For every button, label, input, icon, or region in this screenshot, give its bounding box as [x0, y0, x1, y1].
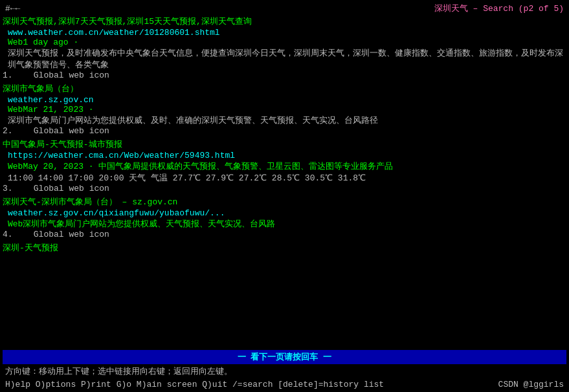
result-2-icon: Global web icon	[28, 126, 109, 136]
result-3-icon: Global web icon	[28, 184, 109, 193]
result-1-title[interactable]: 深圳天气预报,深圳7天天气预报,深圳15天天气预报,深圳天气查询	[3, 17, 252, 27]
bottom-bar: H)elp O)ptions P)rint G)o M)ain screen Q…	[3, 378, 566, 391]
result-4-number-line: 4. Global web icon	[3, 230, 566, 239]
result-1: 深圳天气预报,深圳7天天气预报,深圳15天天气预报,深圳天气查询 www.wea…	[3, 16, 566, 80]
result-5-title-line: 深圳-天气预报	[3, 242, 566, 254]
result-3-number-line: 3. Global web icon	[3, 184, 566, 193]
result-2-number-line: 2. Global web icon	[3, 126, 566, 136]
result-2-title-line: 深圳市气象局（台）	[3, 83, 566, 94]
result-4-url[interactable]: weather.sz.gov.cn/qixiangfuwu/yubaofuwu/…	[3, 208, 566, 218]
result-4-icon: Global web icon	[28, 230, 109, 239]
content-area: 深圳天气预报,深圳7天天气预报,深圳15天天气预报,深圳天气查询 www.wea…	[3, 16, 566, 350]
result-1-url[interactable]: www.weather.com.cn/weather/101280601.sht…	[3, 28, 566, 38]
terminal: #←← 深圳天气 – Search (p2 of 5) 深圳天气预报,深圳7天天…	[0, 0, 569, 392]
result-2-url[interactable]: weather.sz.gov.cn	[3, 95, 566, 105]
result-2-number: 2.	[3, 126, 23, 136]
result-1-number: 1.	[3, 71, 23, 80]
result-1-title-line: 深圳天气预报,深圳7天天气预报,深圳15天天气预报,深圳天气查询	[3, 16, 566, 27]
result-2-meta: WebMar 21, 2023 ·	[3, 105, 566, 114]
result-1-number-line: 1. Global web icon	[3, 71, 566, 80]
result-2-snippet: 深圳市气象局门户网站为您提供权威、及时、准确的深圳天气预警、天气预报、天气实况、…	[3, 114, 566, 126]
result-3: 中国气象局-天气预报-城市预报 https://weather.cma.cn/W…	[3, 138, 566, 193]
result-5: 深圳-天气预报	[3, 242, 566, 254]
result-4-number: 4.	[3, 230, 23, 239]
result-1-meta: Web1 day ago ·	[3, 38, 566, 47]
result-3-meta: WebMay 20, 2023 · 中国气象局提供权威的天气预报、气象预警、卫星…	[3, 160, 566, 172]
page-title: 深圳天气 – Search (p2 of 5)	[434, 3, 564, 14]
result-3-title[interactable]: 中国气象局-天气预报-城市预报	[3, 140, 122, 149]
result-3-number: 3.	[3, 184, 23, 193]
credits-label: CSDN @lggirls	[498, 380, 564, 389]
top-bar: #←← 深圳天气 – Search (p2 of 5)	[3, 1, 566, 16]
result-1-snippet: 深圳天气预报，及时准确发布中央气象台天气信息，便捷查询深圳今日天气，深圳周末天气…	[3, 47, 566, 71]
result-3-snippet: 11:00 14:00 17:00 20:00 天气 气温 27.7℃ 27.9…	[3, 172, 566, 184]
result-5-title[interactable]: 深圳-天气预报	[3, 243, 58, 253]
result-2: 深圳市气象局（台） weather.sz.gov.cn WebMar 21, 2…	[3, 83, 566, 136]
navigation-bar[interactable]: 一 看下一页请按回车 一	[3, 350, 566, 364]
help-options-bar: H)elp O)ptions P)rint G)o M)ain screen Q…	[5, 380, 384, 389]
result-3-title-line: 中国气象局-天气预报-城市预报	[3, 138, 566, 150]
top-left-indicator: #←←	[5, 4, 20, 14]
result-4: 深圳天气-深圳市气象局（台） – sz.gov.cn weather.sz.go…	[3, 196, 566, 239]
result-4-meta: Web深圳市气象局门户网站为您提供权威、天气预报、天气实况、台风路	[3, 218, 566, 230]
result-2-title[interactable]: 深圳市气象局（台）	[3, 84, 78, 94]
result-4-title[interactable]: 深圳天气-深圳市气象局（台） – sz.gov.cn	[3, 197, 177, 207]
status-line: 方向键：移动用上下键；选中链接用向右键；返回用向左键。	[3, 364, 566, 378]
result-4-title-line: 深圳天气-深圳市气象局（台） – sz.gov.cn	[3, 196, 566, 208]
result-3-url[interactable]: https://weather.cma.cn/Web/weather/59493…	[3, 151, 566, 160]
result-1-icon: Global web icon	[28, 71, 109, 80]
